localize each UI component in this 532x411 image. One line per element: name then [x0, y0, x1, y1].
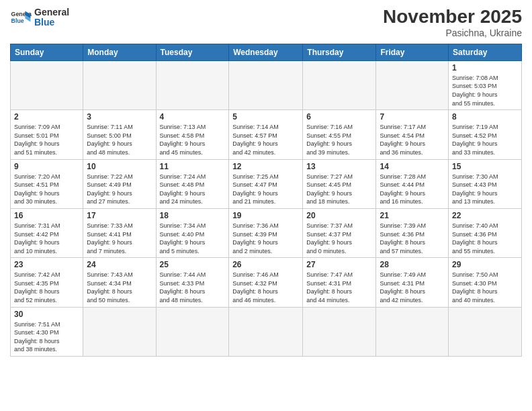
- calendar-cell: [449, 307, 522, 356]
- day-info: Sunrise: 7:43 AM Sunset: 4:34 PM Dayligh…: [87, 271, 152, 304]
- logo-icon: General Blue: [10, 7, 32, 28]
- calendar-cell: [83, 307, 156, 356]
- logo-general-text: General: [34, 7, 69, 17]
- day-number: 17: [87, 211, 152, 220]
- calendar-table: SundayMondayTuesdayWednesdayThursdayFrid…: [10, 44, 522, 357]
- calendar-cell: 16Sunrise: 7:31 AM Sunset: 4:42 PM Dayli…: [11, 208, 83, 257]
- calendar-week-0: 1Sunrise: 7:08 AM Sunset: 5:03 PM Daylig…: [11, 60, 522, 109]
- day-number: 4: [160, 112, 226, 122]
- day-number: 12: [232, 162, 299, 171]
- logo: General Blue General Blue: [10, 7, 69, 28]
- calendar-cell: 13Sunrise: 7:27 AM Sunset: 4:45 PM Dayli…: [303, 159, 376, 208]
- day-number: 19: [232, 211, 299, 220]
- col-header-sunday: Sunday: [11, 44, 83, 60]
- day-info: Sunrise: 7:16 AM Sunset: 4:55 PM Dayligh…: [306, 123, 372, 156]
- calendar-cell: 19Sunrise: 7:36 AM Sunset: 4:39 PM Dayli…: [229, 208, 303, 257]
- page: General Blue General Blue November 2025 …: [0, 0, 532, 411]
- day-info: Sunrise: 7:46 AM Sunset: 4:32 PM Dayligh…: [232, 271, 299, 304]
- calendar-cell: 15Sunrise: 7:30 AM Sunset: 4:43 PM Dayli…: [449, 159, 522, 208]
- day-number: 8: [452, 112, 518, 122]
- day-number: 20: [306, 211, 372, 220]
- calendar-cell: [156, 307, 229, 356]
- calendar-cell: [303, 307, 376, 356]
- calendar-cell: 7Sunrise: 7:17 AM Sunset: 4:54 PM Daylig…: [376, 110, 449, 159]
- calendar-cell: 10Sunrise: 7:22 AM Sunset: 4:49 PM Dayli…: [83, 159, 156, 208]
- calendar-cell: 25Sunrise: 7:44 AM Sunset: 4:33 PM Dayli…: [156, 258, 229, 307]
- day-number: 5: [232, 112, 299, 122]
- day-info: Sunrise: 7:51 AM Sunset: 4:30 PM Dayligh…: [14, 320, 79, 354]
- day-number: 25: [160, 260, 226, 269]
- day-info: Sunrise: 7:22 AM Sunset: 4:49 PM Dayligh…: [87, 173, 152, 206]
- day-info: Sunrise: 7:20 AM Sunset: 4:51 PM Dayligh…: [14, 173, 79, 206]
- calendar-cell: 20Sunrise: 7:37 AM Sunset: 4:37 PM Dayli…: [303, 208, 376, 257]
- day-number: 22: [452, 211, 518, 220]
- day-number: 24: [87, 260, 152, 269]
- day-number: 30: [14, 310, 79, 319]
- calendar-cell: 29Sunrise: 7:50 AM Sunset: 4:30 PM Dayli…: [449, 258, 522, 307]
- calendar-week-1: 2Sunrise: 7:09 AM Sunset: 5:01 PM Daylig…: [11, 110, 522, 159]
- calendar-week-2: 9Sunrise: 7:20 AM Sunset: 4:51 PM Daylig…: [11, 159, 522, 208]
- day-number: 16: [14, 211, 79, 220]
- title-block: November 2025 Pasichna, Ukraine: [383, 7, 522, 38]
- day-info: Sunrise: 7:25 AM Sunset: 4:47 PM Dayligh…: [232, 173, 299, 206]
- calendar-cell: 14Sunrise: 7:28 AM Sunset: 4:44 PM Dayli…: [376, 159, 449, 208]
- svg-text:Blue: Blue: [11, 17, 24, 24]
- day-info: Sunrise: 7:08 AM Sunset: 5:03 PM Dayligh…: [452, 74, 518, 107]
- calendar-cell: 5Sunrise: 7:14 AM Sunset: 4:57 PM Daylig…: [229, 110, 303, 159]
- col-header-saturday: Saturday: [449, 44, 522, 60]
- day-info: Sunrise: 7:11 AM Sunset: 5:00 PM Dayligh…: [87, 123, 152, 156]
- day-info: Sunrise: 7:42 AM Sunset: 4:35 PM Dayligh…: [14, 271, 79, 304]
- calendar-week-3: 16Sunrise: 7:31 AM Sunset: 4:42 PM Dayli…: [11, 208, 522, 257]
- calendar-cell: 8Sunrise: 7:19 AM Sunset: 4:52 PM Daylig…: [449, 110, 522, 159]
- day-info: Sunrise: 7:09 AM Sunset: 5:01 PM Dayligh…: [14, 123, 79, 156]
- day-number: 15: [452, 162, 518, 171]
- day-number: 6: [306, 112, 372, 122]
- day-info: Sunrise: 7:30 AM Sunset: 4:43 PM Dayligh…: [452, 173, 518, 206]
- day-number: 14: [380, 162, 445, 171]
- calendar-cell: 1Sunrise: 7:08 AM Sunset: 5:03 PM Daylig…: [449, 60, 522, 109]
- day-info: Sunrise: 7:39 AM Sunset: 4:36 PM Dayligh…: [380, 222, 445, 255]
- calendar-subtitle: Pasichna, Ukraine: [383, 28, 522, 38]
- day-info: Sunrise: 7:28 AM Sunset: 4:44 PM Dayligh…: [380, 173, 445, 206]
- day-info: Sunrise: 7:50 AM Sunset: 4:30 PM Dayligh…: [452, 271, 518, 304]
- day-number: 29: [452, 260, 518, 269]
- calendar-cell: 30Sunrise: 7:51 AM Sunset: 4:30 PM Dayli…: [11, 307, 83, 356]
- col-header-thursday: Thursday: [303, 44, 376, 60]
- day-number: 3: [87, 112, 152, 122]
- day-info: Sunrise: 7:33 AM Sunset: 4:41 PM Dayligh…: [87, 222, 152, 255]
- day-number: 23: [14, 260, 79, 269]
- calendar-title: November 2025: [383, 7, 522, 28]
- calendar-cell: 22Sunrise: 7:40 AM Sunset: 4:36 PM Dayli…: [449, 208, 522, 257]
- calendar-cell: [376, 60, 449, 109]
- calendar-cell: [156, 60, 229, 109]
- day-info: Sunrise: 7:40 AM Sunset: 4:36 PM Dayligh…: [452, 222, 518, 255]
- day-info: Sunrise: 7:37 AM Sunset: 4:37 PM Dayligh…: [306, 222, 372, 255]
- calendar-cell: 12Sunrise: 7:25 AM Sunset: 4:47 PM Dayli…: [229, 159, 303, 208]
- calendar-cell: 23Sunrise: 7:42 AM Sunset: 4:35 PM Dayli…: [11, 258, 83, 307]
- calendar-cell: 2Sunrise: 7:09 AM Sunset: 5:01 PM Daylig…: [11, 110, 83, 159]
- calendar-cell: [11, 60, 83, 109]
- day-number: 1: [452, 63, 518, 73]
- calendar-cell: 21Sunrise: 7:39 AM Sunset: 4:36 PM Dayli…: [376, 208, 449, 257]
- calendar-cell: [229, 307, 303, 356]
- calendar-cell: 4Sunrise: 7:13 AM Sunset: 4:58 PM Daylig…: [156, 110, 229, 159]
- day-info: Sunrise: 7:36 AM Sunset: 4:39 PM Dayligh…: [232, 222, 299, 255]
- col-header-wednesday: Wednesday: [229, 44, 303, 60]
- day-number: 26: [232, 260, 299, 269]
- col-header-monday: Monday: [83, 44, 156, 60]
- day-info: Sunrise: 7:47 AM Sunset: 4:31 PM Dayligh…: [306, 271, 372, 304]
- day-number: 7: [380, 112, 445, 122]
- day-info: Sunrise: 7:13 AM Sunset: 4:58 PM Dayligh…: [160, 123, 226, 156]
- day-number: 21: [380, 211, 445, 220]
- day-number: 18: [160, 211, 226, 220]
- day-info: Sunrise: 7:31 AM Sunset: 4:42 PM Dayligh…: [14, 222, 79, 255]
- calendar-cell: 11Sunrise: 7:24 AM Sunset: 4:48 PM Dayli…: [156, 159, 229, 208]
- header: General Blue General Blue November 2025 …: [10, 7, 522, 38]
- calendar-header-row: SundayMondayTuesdayWednesdayThursdayFrid…: [11, 44, 522, 60]
- calendar-cell: [229, 60, 303, 109]
- calendar-cell: 6Sunrise: 7:16 AM Sunset: 4:55 PM Daylig…: [303, 110, 376, 159]
- calendar-cell: 28Sunrise: 7:49 AM Sunset: 4:31 PM Dayli…: [376, 258, 449, 307]
- calendar-cell: 9Sunrise: 7:20 AM Sunset: 4:51 PM Daylig…: [11, 159, 83, 208]
- day-number: 11: [160, 162, 226, 171]
- calendar-cell: 3Sunrise: 7:11 AM Sunset: 5:00 PM Daylig…: [83, 110, 156, 159]
